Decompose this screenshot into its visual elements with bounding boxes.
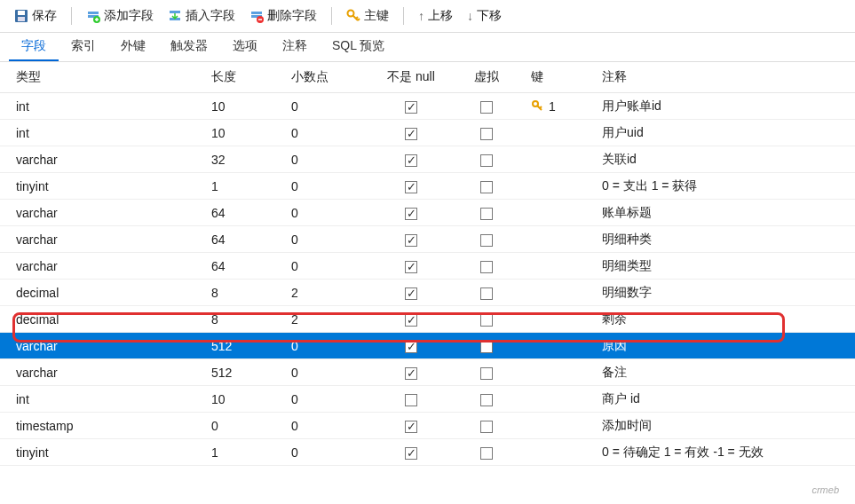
- cell-comment[interactable]: 商户 id: [602, 391, 855, 407]
- cell-length[interactable]: 512: [211, 366, 291, 380]
- col-type[interactable]: 类型: [16, 69, 211, 85]
- not-null-checkbox[interactable]: [405, 261, 417, 273]
- cell-type[interactable]: varchar: [16, 259, 211, 273]
- col-length[interactable]: 长度: [211, 69, 291, 85]
- virtual-checkbox[interactable]: [480, 287, 493, 300]
- cell-type[interactable]: int: [16, 392, 211, 406]
- cell-key[interactable]: 1: [522, 99, 602, 114]
- cell-type[interactable]: varchar: [16, 232, 211, 247]
- cell-type[interactable]: int: [16, 99, 211, 114]
- table-row[interactable]: varchar320关联id: [0, 146, 855, 173]
- move-down-button[interactable]: ↓ 下移: [462, 5, 507, 27]
- cell-decimals[interactable]: 2: [291, 312, 371, 327]
- cell-decimals[interactable]: 0: [291, 99, 371, 114]
- table-row[interactable]: varchar640账单标题: [0, 200, 855, 226]
- table-row[interactable]: varchar5120备注: [0, 359, 855, 386]
- tab-5[interactable]: 注释: [270, 33, 320, 61]
- not-null-checkbox[interactable]: [405, 394, 417, 406]
- table-row[interactable]: decimal82剩余: [0, 306, 855, 333]
- virtual-checkbox[interactable]: [480, 421, 493, 433]
- cell-decimals[interactable]: 0: [291, 259, 371, 273]
- cell-length[interactable]: 10: [211, 99, 291, 114]
- cell-comment[interactable]: 剩余: [602, 311, 855, 327]
- cell-comment[interactable]: 关联id: [602, 152, 855, 168]
- table-row[interactable]: decimal82明细数字: [0, 280, 855, 306]
- cell-decimals[interactable]: 0: [291, 232, 371, 247]
- cell-type[interactable]: varchar: [16, 206, 211, 220]
- cell-type[interactable]: varchar: [16, 153, 211, 167]
- virtual-checkbox[interactable]: [480, 447, 493, 460]
- cell-length[interactable]: 1: [211, 445, 291, 460]
- add-field-button[interactable]: 添加字段: [81, 5, 159, 27]
- cell-type[interactable]: decimal: [16, 312, 211, 327]
- not-null-checkbox[interactable]: [405, 341, 417, 353]
- cell-decimals[interactable]: 0: [291, 153, 371, 167]
- insert-field-button[interactable]: 插入字段: [162, 5, 241, 27]
- not-null-checkbox[interactable]: [405, 367, 417, 380]
- virtual-checkbox[interactable]: [480, 394, 493, 406]
- not-null-checkbox[interactable]: [405, 128, 417, 140]
- cell-comment[interactable]: 账单标题: [602, 205, 855, 221]
- cell-length[interactable]: 512: [211, 339, 291, 353]
- cell-comment[interactable]: 添加时间: [602, 418, 855, 434]
- tab-0[interactable]: 字段: [9, 33, 59, 61]
- cell-comment[interactable]: 0 = 待确定 1 = 有效 -1 = 无效: [602, 445, 855, 461]
- primary-key-button[interactable]: 主键: [341, 5, 394, 27]
- cell-length[interactable]: 8: [211, 312, 291, 327]
- cell-comment[interactable]: 用户uid: [602, 125, 855, 141]
- virtual-checkbox[interactable]: [480, 208, 493, 220]
- cell-comment[interactable]: 明细类型: [602, 258, 855, 274]
- table-row[interactable]: timestamp00添加时间: [0, 413, 855, 439]
- not-null-checkbox[interactable]: [405, 154, 417, 167]
- table-row[interactable]: int100商户 id: [0, 386, 855, 413]
- table-row[interactable]: varchar640明细类型: [0, 253, 855, 280]
- tab-4[interactable]: 选项: [220, 33, 270, 61]
- tab-6[interactable]: SQL 预览: [320, 33, 397, 61]
- virtual-checkbox[interactable]: [480, 261, 493, 273]
- cell-type[interactable]: varchar: [16, 366, 211, 380]
- table-row[interactable]: int1001用户账单id: [0, 93, 855, 120]
- cell-length[interactable]: 10: [211, 126, 291, 140]
- cell-type[interactable]: int: [16, 126, 211, 140]
- virtual-checkbox[interactable]: [480, 154, 493, 167]
- table-row[interactable]: varchar5120原因: [0, 333, 855, 359]
- col-key[interactable]: 键: [522, 69, 602, 85]
- cell-type[interactable]: decimal: [16, 286, 211, 300]
- not-null-checkbox[interactable]: [405, 208, 417, 220]
- not-null-checkbox[interactable]: [405, 447, 417, 460]
- cell-decimals[interactable]: 0: [291, 392, 371, 406]
- cell-decimals[interactable]: 0: [291, 206, 371, 220]
- move-up-button[interactable]: ↑ 上移: [413, 5, 458, 27]
- cell-length[interactable]: 32: [211, 153, 291, 167]
- not-null-checkbox[interactable]: [405, 287, 417, 300]
- table-row[interactable]: tinyint100 = 支出 1 = 获得: [0, 173, 855, 200]
- col-virtual[interactable]: 虚拟: [451, 69, 522, 85]
- cell-type[interactable]: tinyint: [16, 179, 211, 193]
- cell-length[interactable]: 8: [211, 286, 291, 300]
- cell-type[interactable]: varchar: [16, 339, 211, 353]
- cell-decimals[interactable]: 0: [291, 339, 371, 353]
- save-button[interactable]: 保存: [9, 5, 62, 27]
- cell-length[interactable]: 64: [211, 259, 291, 273]
- cell-comment[interactable]: 0 = 支出 1 = 获得: [602, 178, 855, 194]
- col-not-null[interactable]: 不是 null: [371, 69, 451, 85]
- virtual-checkbox[interactable]: [480, 341, 493, 353]
- virtual-checkbox[interactable]: [480, 367, 493, 380]
- cell-comment[interactable]: 明细数字: [602, 285, 855, 301]
- delete-field-button[interactable]: 删除字段: [244, 5, 322, 27]
- cell-comment[interactable]: 用户账单id: [602, 98, 855, 114]
- cell-length[interactable]: 64: [211, 206, 291, 220]
- cell-length[interactable]: 64: [211, 232, 291, 247]
- table-row[interactable]: int100用户uid: [0, 120, 855, 146]
- cell-length[interactable]: 1: [211, 179, 291, 193]
- virtual-checkbox[interactable]: [480, 128, 493, 140]
- tab-2[interactable]: 外键: [108, 33, 158, 61]
- virtual-checkbox[interactable]: [480, 181, 493, 193]
- cell-type[interactable]: timestamp: [16, 419, 211, 433]
- cell-decimals[interactable]: 0: [291, 366, 371, 380]
- tab-3[interactable]: 触发器: [158, 33, 220, 61]
- not-null-checkbox[interactable]: [405, 181, 417, 193]
- cell-comment[interactable]: 原因: [602, 338, 855, 354]
- cell-length[interactable]: 10: [211, 392, 291, 406]
- cell-decimals[interactable]: 0: [291, 179, 371, 193]
